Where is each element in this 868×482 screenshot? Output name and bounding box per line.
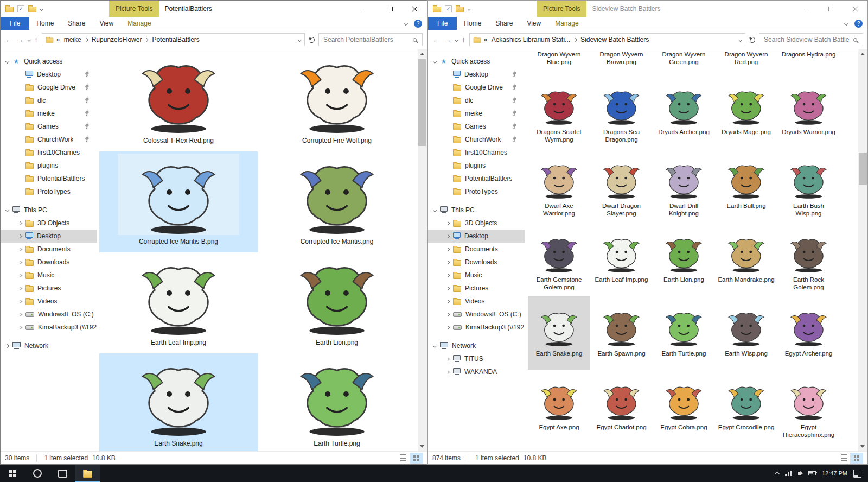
details-view-button[interactable] [397,453,410,464]
sidebar-item-churchwork[interactable]: ChurchWork [428,133,525,146]
scroll-up-button[interactable] [858,49,867,59]
sidebar-item-3d-objects[interactable]: 3D Objects [1,217,97,230]
file-item-egypt-hieracosphinx-png[interactable]: Egypt Hieracosphinx.png [777,370,840,443]
ribbon-expand-icon[interactable] [404,21,408,26]
file-item-egypt-chariot-png[interactable]: Egypt Chariot.png [590,370,653,443]
history-dropdown-icon[interactable] [455,37,458,41]
file-item-earth-spawn-png[interactable]: Earth Spawn.png [590,296,653,370]
sidebar-item-potentialbattlers[interactable]: PotentialBattlers [1,172,97,185]
search-button[interactable] [25,465,50,482]
ribbon-tab-share[interactable]: Share [488,17,520,30]
search-input[interactable] [763,35,851,44]
file-item-earth-mandrake-png[interactable]: Earth Mandrake.png [715,222,777,296]
file-item-dwarf-axe-warrior-png[interactable]: Dwarf Axe Warrior.png [528,148,590,222]
breadcrumb-segment[interactable]: PotentialBattlers [150,36,201,43]
file-item-earth-turtle-png[interactable]: Earth Turtle.png [653,296,715,370]
task-view-button[interactable] [50,465,75,482]
sidebar-item-first10charries[interactable]: first10Charries [428,146,525,159]
sidebar-item-churchwork[interactable]: ChurchWork [1,133,97,146]
titlebar[interactable]: Picture Tools PotentialBattlers [1,1,427,17]
sidebar-item-pictures[interactable]: Pictures [428,282,525,295]
refresh-button[interactable] [309,37,315,43]
file-item-egypt-archer-png[interactable]: Egypt Archer.png [777,296,840,370]
back-button[interactable]: ← [432,36,440,43]
scrollbar[interactable] [418,49,427,451]
maximize-button[interactable] [378,1,403,17]
scroll-thumb[interactable] [418,59,426,146]
sidebar-item-wakanda[interactable]: WAKANDA [428,365,525,378]
file-item-dwarf-dragon-slayer-png[interactable]: Dwarf Dragon Slayer.png [590,148,653,222]
file-item-earth-bull-png[interactable]: Earth Bull.png [715,148,777,222]
breadcrumb-segment[interactable]: Aekashics Librarium Stati... [489,36,572,43]
sidebar-item-network[interactable]: Network [428,339,525,352]
sidebar-item-meike[interactable]: meike [1,107,97,120]
scrollbar[interactable] [858,49,867,451]
ribbon-tab-view[interactable]: View [92,17,120,30]
help-button[interactable]: ? [414,20,422,28]
sidebar-item-documents[interactable]: Documents [1,243,97,256]
ribbon-tab-file[interactable]: File [1,17,29,30]
ribbon-tab-manage[interactable]: Manage [120,17,158,30]
sidebar-item-prototypes[interactable]: ProtoTypes [428,185,525,198]
sidebar-item-plugins[interactable]: plugins [1,159,97,172]
file-item-dragons-hydra-png[interactable]: Dragons Hydra.png [777,49,840,74]
sidebar-item-first10charries[interactable]: first10Charries [1,146,97,159]
ribbon-tab-manage[interactable]: Manage [548,17,585,30]
ribbon-tab-view[interactable]: View [520,17,548,30]
history-dropdown-icon[interactable] [27,37,31,41]
file-item-corrupted-ice-mantis-png[interactable]: Corrupted Ice Mantis.png [258,151,416,252]
close-button[interactable] [403,1,427,17]
search-input[interactable] [322,35,410,44]
breadcrumb-overflow[interactable]: « [56,36,60,43]
file-item-earth-leaf-imp-png[interactable]: Earth Leaf Imp.png [590,222,653,296]
file-item-earth-wisp-png[interactable]: Earth Wisp.png [715,296,777,370]
ribbon-tab-file[interactable]: File [428,17,457,30]
file-item-egypt-crocodile-png[interactable]: Egypt Crocodile.png [715,370,777,443]
file-item-dragons-sea-dragon-png[interactable]: Dragons Sea Dragon.png [590,74,653,148]
sidebar-item-3d-objects[interactable]: 3D Objects [428,217,525,230]
sidebar-item-google-drive[interactable]: Google Drive [1,81,97,94]
minimize-button[interactable] [794,1,819,17]
file-item-dragon-wyvern-blue-png[interactable]: Dragon Wyvern Blue.png [528,49,590,74]
file-item-dryads-mage-png[interactable]: Dryads Mage.png [715,74,777,148]
sidebar-item-network[interactable]: Network [1,339,97,352]
sidebar-item-desktop[interactable]: Desktop [1,68,97,81]
start-button[interactable] [0,465,25,482]
sidebar-item-dlc[interactable]: dlc [1,94,97,107]
action-center-icon[interactable] [853,470,861,478]
sidebar-item-desktop[interactable]: Desktop [428,68,525,81]
sidebar-item-kimabackup3-192-1[interactable]: KimaBackup3 (\\192.1 [428,321,525,334]
sidebar-item-quick-access[interactable]: Quick access [428,55,525,68]
close-button[interactable] [843,1,867,17]
scroll-down-button[interactable] [858,442,867,451]
ribbon-tab-home[interactable]: Home [29,17,61,30]
file-item-earth-gemstone-golem-png[interactable]: Earth Gemstone Golem.png [528,222,590,296]
breadcrumb-overflow[interactable]: « [484,36,488,43]
file-item-dragon-wyvern-red-png[interactable]: Dragon Wyvern Red.png [715,49,777,74]
file-item-earth-rock-golem-png[interactable]: Earth Rock Golem.png [777,222,840,296]
qat-new-folder-icon[interactable] [456,7,464,12]
qat-dropdown-icon[interactable] [467,7,471,10]
sidebar-item-quick-access[interactable]: Quick access [1,55,97,68]
sidebar-item-music[interactable]: Music [428,269,525,282]
forward-button[interactable]: → [444,36,451,43]
file-item-earth-turtle-png[interactable]: Earth Turtle.png [258,353,416,451]
back-button[interactable]: ← [5,36,12,43]
file-item-egypt-axe-png[interactable]: Egypt Axe.png [528,370,590,443]
address-dropdown-icon[interactable] [738,37,742,41]
search-box[interactable] [318,33,423,46]
file-item-earth-lion-png[interactable]: Earth Lion.png [653,222,715,296]
sidebar-item-this-pc[interactable]: This PC [428,204,525,217]
tray-expand-icon[interactable] [774,472,780,477]
search-box[interactable] [759,33,863,46]
details-view-button[interactable] [837,453,850,464]
help-button[interactable]: ? [854,20,863,28]
sidebar-item-dlc[interactable]: dlc [428,94,525,107]
forward-button[interactable]: → [16,36,24,43]
address-bar[interactable]: «Aekashics Librarium Stati...Sideview Ba… [469,33,745,46]
sidebar-item-music[interactable]: Music [1,269,97,282]
sidebar-item-potentialbattlers[interactable]: PotentialBattlers [428,172,525,185]
file-item-dragon-wyvern-brown-png[interactable]: Dragon Wyvern Brown.png [590,49,653,74]
qat-dropdown-icon[interactable] [40,7,43,10]
file-item-dwarf-drill-knight-png[interactable]: Dwarf Drill Knight.png [653,148,715,222]
